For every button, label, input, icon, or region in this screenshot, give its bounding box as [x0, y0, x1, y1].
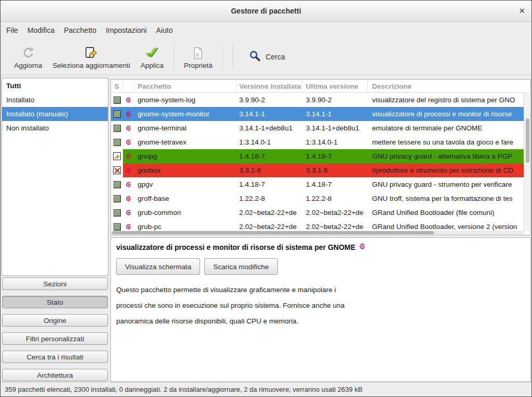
column-header-supported[interactable] [123, 80, 134, 92]
apply-button[interactable]: Applica [135, 44, 169, 69]
filter-item[interactable]: Installato [2, 93, 108, 107]
package-status-icon[interactable] [111, 163, 123, 177]
debian-swirl-icon [123, 107, 134, 121]
titlebar: Gestore di pacchetti ✕ [1, 1, 531, 22]
installed-version: 3.14.1-1+deb8u1 [237, 121, 302, 135]
package-status-icon[interactable] [111, 177, 123, 191]
column-header-latest-version[interactable]: Ultima versione [302, 80, 368, 92]
table-row[interactable]: gnome-terminal3.14.1-1+deb8u13.14.1-1+de… [111, 121, 530, 135]
package-description: GNU privacy guard - strumento per verifi… [368, 177, 530, 191]
menu-file[interactable]: File [2, 22, 23, 39]
debian-swirl-icon [123, 93, 134, 107]
latest-version: 1.22.2-8 [302, 191, 368, 206]
package-status-icon[interactable] [111, 191, 123, 206]
table-row[interactable]: gnome-tetravex1:3.14.0-11:3.14.0-1metter… [111, 135, 530, 149]
package-description: GNU privacy guard - alternativa libera a… [368, 149, 530, 163]
debian-swirl-icon [123, 191, 134, 206]
synaptic-window: Gestore di pacchetti ✕ File Modifica Pac… [0, 0, 532, 397]
filter-mode-button[interactable]: Cerca tra i risultati [2, 351, 108, 363]
search-label: Cerca [266, 53, 285, 61]
package-name: groff-base [134, 191, 237, 206]
refresh-label: Aggiorna [14, 62, 42, 69]
installed-version: 2.02~beta2-22+de [237, 206, 302, 220]
menu-impostazioni[interactable]: Impostazioni [101, 22, 152, 39]
package-description: GRand Unified Bootloader (file comuni) [368, 206, 530, 220]
package-status-icon[interactable] [111, 135, 123, 149]
menu-pacchetto[interactable]: Pacchetto [59, 22, 101, 39]
details-buttons: Visualizza schermata Scarica modifiche [116, 258, 524, 275]
debian-swirl-icon [123, 121, 134, 135]
debian-swirl-icon [123, 163, 134, 177]
table-row[interactable]: gnome-system-log3.9.90-23.9.90-2visualiz… [111, 93, 530, 107]
package-name: goobox [134, 163, 237, 177]
package-status-icon[interactable] [111, 121, 123, 135]
apply-check-icon [145, 44, 159, 60]
filter-mode-button[interactable]: Origine [2, 314, 108, 327]
get-screenshot-button[interactable]: Visualizza schermata [116, 258, 200, 275]
debian-swirl-icon [123, 135, 134, 149]
filter-mode-button[interactable]: Architettura [2, 369, 108, 381]
installed-version: 1.4.18-7 [237, 177, 302, 191]
table-row[interactable]: gnupg1.4.18-71.4.18-7GNU privacy guard -… [111, 149, 530, 163]
properties-button[interactable]: Proprietà [179, 44, 218, 69]
installed-version: 3.3.1-6 [237, 163, 302, 177]
search-button[interactable]: Cerca [244, 50, 290, 64]
table-row[interactable]: goobox3.3.1-63.3.1-6riproduttore e strum… [111, 163, 530, 177]
latest-version: 3.14.1-1+deb8u1 [302, 121, 368, 135]
filter-mode-button[interactable]: Filtri personalizzati [2, 332, 108, 345]
latest-version: 3.14.1-1 [302, 107, 368, 121]
debian-swirl-icon [123, 177, 134, 191]
package-description: emulatore di terminale per GNOME [368, 121, 530, 135]
close-icon[interactable]: ✕ [518, 6, 525, 16]
package-description: riproduttore e strumento per estrazione … [368, 163, 530, 177]
select-upgrades-icon [84, 44, 98, 60]
installed-version: 3.9.90-2 [237, 93, 302, 107]
menu-modifica[interactable]: Modifica [23, 22, 59, 39]
table-row[interactable]: gnome-system-monitor3.14.1-13.14.1-1visu… [111, 107, 530, 121]
package-name: gnome-system-log [134, 93, 237, 107]
package-status-icon[interactable] [111, 93, 123, 107]
main-content: TuttiInstallatoInstallato (manuale)Non i… [1, 75, 531, 382]
package-status-icon[interactable] [111, 149, 123, 163]
properties-label: Proprietà [184, 62, 213, 69]
filter-item[interactable]: Non installato [2, 121, 108, 135]
menubar: File Modifica Pacchetto Impostazioni Aiu… [1, 22, 531, 39]
column-header-status[interactable]: S [111, 80, 123, 92]
details-description-line: processi che sono in esecuzione sul prop… [116, 298, 524, 314]
horizontal-scrollbar-thumb[interactable] [112, 231, 434, 234]
latest-version: 3.9.90-2 [302, 93, 368, 107]
package-status-icon[interactable] [111, 107, 123, 121]
installed-version: 1.22.2-8 [237, 191, 302, 206]
refresh-icon [21, 44, 35, 60]
details-description-line: Questo pacchetto permette di visualizzar… [116, 282, 524, 298]
debian-swirl-icon [358, 243, 366, 252]
horizontal-scrollbar[interactable] [111, 231, 524, 235]
latest-version: 1.4.18-7 [302, 177, 368, 191]
filter-mode-button[interactable]: Sezioni [2, 278, 108, 290]
vertical-scrollbar[interactable] [524, 92, 530, 232]
table-row[interactable]: grub-common2.02~beta2-22+de2.02~beta2-22… [111, 206, 530, 220]
column-header-package[interactable]: Pacchetto [134, 80, 237, 92]
installed-version: 1:3.14.0-1 [237, 135, 302, 149]
toolbar-separator [232, 45, 233, 69]
filter-item[interactable]: Tutti [2, 79, 108, 93]
column-header-installed-version[interactable]: Versione installata [237, 80, 302, 92]
properties-icon [191, 44, 205, 60]
package-description: visualizzatore del registro di sistema p… [368, 93, 530, 107]
get-changelog-button[interactable]: Scarica modifiche [204, 258, 278, 275]
debian-swirl-icon [123, 149, 134, 163]
debian-swirl-icon [123, 206, 134, 220]
column-header-description[interactable]: Descrizione [368, 80, 530, 92]
filter-item[interactable]: Installato (manuale) [2, 107, 108, 121]
mark-all-upgrades-button[interactable]: Seleziona aggiornamenti [47, 44, 135, 69]
table-row[interactable]: groff-base1.22.2-81.22.2-8GNU troff, sis… [111, 191, 530, 206]
filter-mode-button[interactable]: Stato [2, 296, 108, 308]
vertical-scrollbar-thumb[interactable] [526, 118, 529, 163]
package-name: gnome-tetravex [134, 135, 237, 149]
search-icon [249, 50, 261, 64]
refresh-button[interactable]: Aggiorna [9, 44, 47, 69]
package-name: grub-common [134, 206, 237, 220]
menu-aiuto[interactable]: Aiuto [152, 22, 178, 39]
table-row[interactable]: gpgv1.4.18-71.4.18-7GNU privacy guard - … [111, 177, 530, 191]
package-status-icon[interactable] [111, 206, 123, 220]
